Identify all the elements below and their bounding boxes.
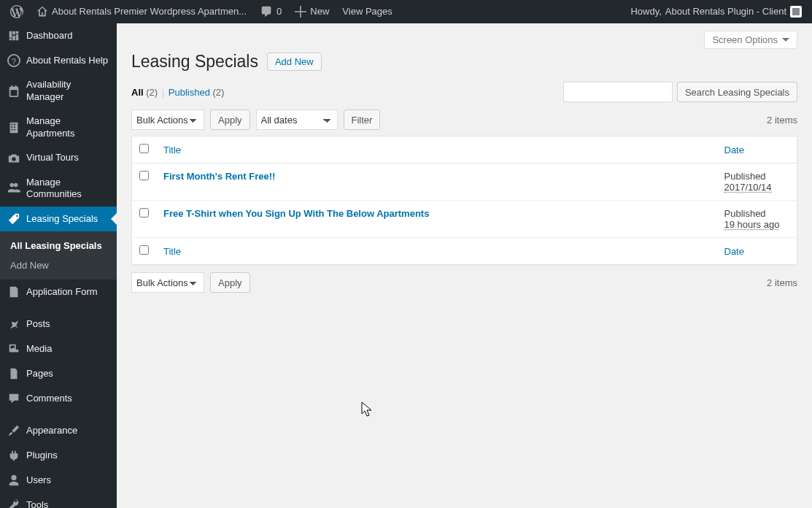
wp-logo-link[interactable] [6, 0, 28, 23]
sidebar-item-label: Appearance [26, 425, 77, 437]
sidebar-item-label: Virtual Tours [26, 152, 79, 164]
subsubsub: All (2) | Published (2) [131, 87, 224, 98]
sidebar-item-tools[interactable]: Tools [0, 493, 117, 508]
sidebar-item-manage-apartments[interactable]: Manage Apartments [0, 109, 117, 146]
sidebar-item-comments[interactable]: Comments [0, 386, 117, 411]
sidebar-item-media[interactable]: Media [0, 336, 117, 361]
users-icon [7, 474, 20, 487]
camera-icon [7, 152, 20, 165]
comments-menu-icon [7, 392, 20, 405]
svg-text:?: ? [12, 57, 16, 66]
tablenav-bottom: Bulk Actions Apply 2 items [131, 272, 797, 293]
sidebar-item-about-rentals-help[interactable]: ? About Rentals Help [0, 48, 117, 73]
help-icon: ? [7, 54, 20, 67]
admin-sidebar: Dashboard ? About Rentals Help Availabil… [0, 23, 117, 508]
sidebar-item-manage-communities[interactable]: Manage Communities [0, 171, 117, 207]
dashboard-icon [7, 29, 20, 42]
add-new-button[interactable]: Add New [267, 53, 322, 71]
row-status: Published [724, 171, 766, 182]
form-icon [7, 285, 20, 299]
subsubsub-all-link[interactable]: All [131, 87, 146, 98]
sidebar-item-pages[interactable]: Pages [0, 361, 117, 386]
comments-link[interactable]: 0 [255, 0, 286, 23]
screen-options-label: Screen Options [712, 34, 778, 45]
sidebar-item-label: Tools [26, 499, 48, 508]
sidebar-item-label: Dashboard [26, 30, 73, 42]
bulk-actions-select-top[interactable]: Bulk Actions [131, 109, 204, 130]
apply-button-bottom[interactable]: Apply [210, 272, 250, 293]
howdy-user: About Rentals Plugin - Client [665, 0, 786, 23]
sidebar-item-plugins[interactable]: Plugins [0, 443, 117, 468]
row-timestamp: 2017/10/14 [724, 182, 772, 193]
howdy-prefix: Howdy, [630, 0, 661, 23]
select-all-top-checkbox[interactable] [139, 144, 149, 153]
items-count-top: 2 items [767, 115, 797, 126]
site-title-link[interactable]: About Rentals Premier Wordpress Apartmen… [32, 0, 251, 23]
page-title: Leasing Specials [131, 52, 258, 72]
admin-bar: About Rentals Premier Wordpress Apartmen… [0, 0, 812, 23]
avatar [790, 6, 802, 18]
home-icon [36, 6, 48, 18]
sidebar-item-virtual-tours[interactable]: Virtual Tours [0, 146, 117, 171]
sidebar-item-appearance[interactable]: Appearance [0, 418, 117, 443]
subsubsub-published-link[interactable]: Published [169, 87, 213, 98]
view-pages-link[interactable]: View Pages [338, 0, 396, 23]
plus-icon [295, 6, 306, 18]
bulk-actions-select-bottom[interactable]: Bulk Actions [131, 272, 204, 293]
dates-filter-select[interactable]: All dates [256, 109, 338, 130]
items-count-bottom: 2 items [767, 277, 797, 288]
plugins-icon [7, 449, 20, 462]
subsubsub-all-count: (2) [146, 87, 158, 98]
pages-icon [7, 367, 20, 380]
sidebar-item-label: Manage Apartments [26, 115, 111, 140]
sidebar-item-label: About Rentals Help [26, 55, 108, 67]
row-title-link[interactable]: Free T-Shirt when You Sign Up With The B… [163, 208, 429, 219]
submenu-add-new[interactable]: Add New [0, 255, 117, 275]
search-input[interactable] [563, 82, 673, 102]
row-checkbox[interactable] [139, 208, 149, 218]
row-title-link[interactable]: First Month's Rent Free!! [163, 171, 275, 182]
sidebar-item-application-form[interactable]: Application Form [0, 280, 117, 304]
view-pages-label: View Pages [342, 0, 392, 23]
filter-button[interactable]: Filter [344, 109, 381, 130]
tools-icon [7, 499, 20, 508]
sidebar-item-leasing-specials[interactable]: Leasing Specials [0, 207, 117, 231]
sidebar-item-dashboard[interactable]: Dashboard [0, 23, 117, 48]
column-date-header[interactable]: Date [724, 145, 744, 155]
chevron-down-icon [782, 38, 789, 42]
screen-options-button[interactable]: Screen Options [704, 31, 797, 49]
table-row: Free T-Shirt when You Sign Up With The B… [132, 201, 797, 238]
sidebar-item-posts[interactable]: Posts [0, 312, 117, 336]
calendar-icon [7, 85, 20, 98]
submenu-all-leasing-specials[interactable]: All Leasing Specials [0, 236, 117, 255]
sidebar-item-availability-manager[interactable]: Availability Manager [0, 73, 117, 109]
column-title-header[interactable]: Title [163, 145, 181, 155]
content-area: Screen Options Leasing Specials Add New … [117, 23, 812, 508]
wordpress-icon [10, 5, 23, 18]
tablenav-top: Bulk Actions Apply All dates Filter 2 it… [131, 109, 797, 130]
sidebar-item-label: Leasing Specials [26, 213, 98, 226]
apply-button-top[interactable]: Apply [210, 109, 250, 130]
site-title-text: About Rentals Premier Wordpress Apartmen… [52, 0, 247, 23]
tag-icon [7, 212, 20, 226]
comments-count: 0 [277, 0, 282, 23]
table-row: First Month's Rent Free!! Published 2017… [132, 163, 797, 201]
column-title-footer[interactable]: Title [163, 246, 181, 257]
select-all-bottom-checkbox[interactable] [139, 245, 149, 255]
sidebar-item-label: Pages [26, 368, 53, 380]
sidebar-item-label: Users [26, 474, 51, 487]
sidebar-item-label: Manage Communities [26, 177, 111, 201]
subsubsub-published-count: (2) [213, 87, 225, 98]
row-status: Published [724, 208, 766, 219]
sidebar-item-label: Availability Manager [26, 79, 111, 104]
sidebar-item-label: Media [26, 343, 52, 355]
row-checkbox[interactable] [139, 171, 149, 180]
row-timestamp: 19 hours ago [724, 219, 780, 230]
new-content-link[interactable]: New [290, 0, 333, 23]
sidebar-item-users[interactable]: Users [0, 468, 117, 493]
search-button[interactable]: Search Leasing Specials [677, 82, 797, 102]
my-account-link[interactable]: Howdy, About Rentals Plugin - Client [626, 0, 806, 23]
sidebar-item-label: Plugins [26, 450, 58, 462]
column-date-footer[interactable]: Date [724, 246, 744, 257]
search-box: Search Leasing Specials [563, 82, 797, 102]
